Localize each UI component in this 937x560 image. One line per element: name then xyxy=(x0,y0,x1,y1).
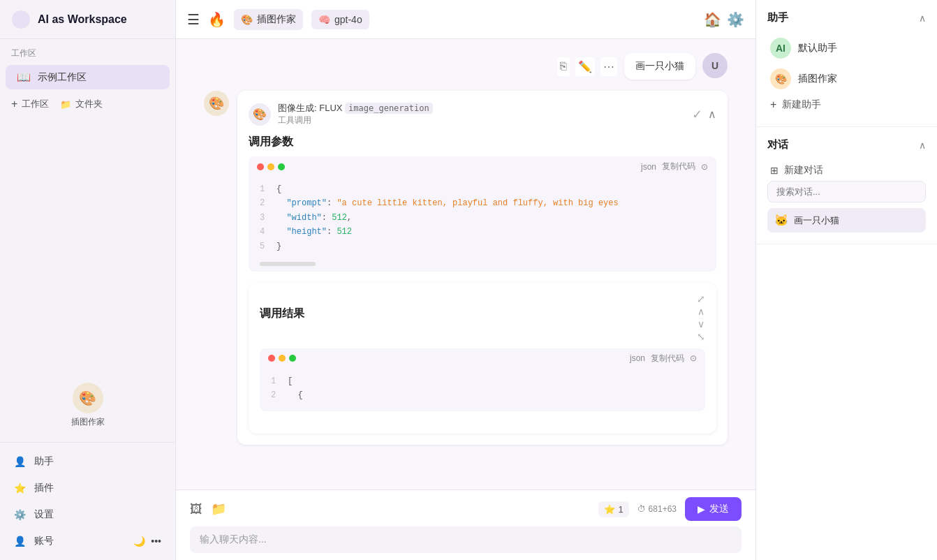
assistant-section-header: 助手 ∧ xyxy=(767,11,926,24)
workspace-item[interactable]: 📖 示例工作区 xyxy=(6,65,170,89)
conversation-search[interactable] xyxy=(767,181,926,202)
result-dot-yellow xyxy=(279,355,286,362)
params-code-block: json 复制代码 ⊙ 1 { 2 xyxy=(249,156,716,272)
conversation-item-cat[interactable]: 🐱 画一只小猫 xyxy=(767,208,926,233)
star-badge[interactable]: ⭐ 1 xyxy=(598,501,628,517)
new-conversation-button[interactable]: ⊞ 新建对话 xyxy=(767,160,926,181)
hamburger-icon: ☰ xyxy=(187,11,200,28)
sidebar-account-item[interactable]: 👤 账号 🌙 ••• xyxy=(0,528,175,554)
result-dot-green xyxy=(289,355,296,362)
illustrator-label: 插图作家 xyxy=(798,73,837,85)
code-collapse-button[interactable]: ⊙ xyxy=(701,162,708,172)
folder-button[interactable]: 📁 xyxy=(211,501,226,517)
edit-message-button[interactable]: ✏️ xyxy=(575,57,595,76)
params-section-title: 调用参数 xyxy=(249,135,716,149)
code-line: 3 "width": 512, xyxy=(260,211,705,225)
new-conv-icon: ⊞ xyxy=(770,165,779,176)
right-panel: 助手 ∧ AI 默认助手 🎨 插图作家 + 新建助手 对话 ∧ ⊞ 新建对话 🐱… xyxy=(755,0,937,560)
chat-area: ⎘ ✏️ ⋯ 画一只小猫 U 🎨 🎨 图像生成: FLUX xyxy=(176,39,755,489)
tool-title-code: image_generation xyxy=(345,103,433,114)
check-icon: ✓ xyxy=(692,107,702,122)
account-icon: 👤 xyxy=(14,536,26,547)
menu-button[interactable]: ☰ xyxy=(187,11,200,28)
message-actions: ⎘ ✏️ ⋯ xyxy=(557,57,617,76)
star-count: 1 xyxy=(618,504,623,515)
add-workspace-label: 工作区 xyxy=(22,98,49,110)
panel-illustrator-assistant[interactable]: 🎨 插图作家 xyxy=(767,64,926,94)
image-upload-button[interactable]: 🖼 xyxy=(190,502,202,517)
chat-input[interactable]: 输入聊天内容... xyxy=(190,526,742,553)
workspace-label: 示例工作区 xyxy=(38,71,87,84)
send-button[interactable]: ▶ 发送 xyxy=(685,497,742,521)
result-code-block: json 复制代码 ⊙ 1 [ xyxy=(260,348,705,411)
plugin-icon: ⭐ xyxy=(14,482,26,494)
account-right-actions: 🌙 ••• xyxy=(133,536,161,547)
code-content: 1 { 2 "prompt": "a cute little kitten, p… xyxy=(249,177,716,262)
result-collapse-button[interactable]: ∨ xyxy=(697,319,705,329)
result-expand-button[interactable]: ∧ xyxy=(697,307,705,316)
home-button[interactable]: 🏠 xyxy=(704,11,721,28)
bottom-tools: 🖼 📁 ⭐ 1 ⏱ 681+63 ▶ 发送 xyxy=(190,497,742,521)
agent-avatar: 🎨 xyxy=(73,383,103,413)
model-selector[interactable]: 🧠 gpt-4o xyxy=(311,10,369,29)
moon-icon[interactable]: 🌙 xyxy=(133,536,145,547)
flame-icon: 🔥 xyxy=(208,11,226,28)
add-assistant-label: 新建助手 xyxy=(782,98,821,111)
sidebar-assistant-item[interactable]: 👤 助手 xyxy=(0,448,175,475)
assistant-icon: 👤 xyxy=(14,456,26,467)
result-block: 调用结果 ⤢ ∧ ∨ ⤡ xyxy=(249,283,716,434)
send-icon: ▶ xyxy=(698,503,705,515)
plugin-label: 插件 xyxy=(34,482,54,494)
model-icon: 🧠 xyxy=(318,14,330,25)
token-icon: ⏱ xyxy=(637,504,646,514)
main-area: ☰ 🔥 🎨 插图作家 🧠 gpt-4o 🏠 ⚙️ ⎘ ✏️ ⋯ 画一只小猫 xyxy=(176,0,755,560)
topbar-settings-button[interactable]: ⚙️ xyxy=(727,11,744,28)
add-folder-btn[interactable]: 📁 文件夹 xyxy=(60,98,103,110)
result-dots xyxy=(268,355,296,362)
add-plus-icon: + xyxy=(770,98,776,111)
code-scrollbar xyxy=(260,262,316,266)
sidebar-header: 🤝 AI as Workspace xyxy=(0,0,175,39)
user-avatar: U xyxy=(702,53,728,78)
sidebar-settings-item[interactable]: ⚙️ 设置 xyxy=(0,501,175,528)
send-label: 发送 xyxy=(709,503,729,515)
result-copy-button[interactable]: 复制代码 xyxy=(651,353,684,364)
settings-label: 设置 xyxy=(34,508,54,521)
result-dot-red xyxy=(268,355,275,362)
star-icon: ⭐ xyxy=(604,504,615,515)
result-collapse-all-button[interactable]: ⤡ xyxy=(697,332,705,341)
assistant-collapse-button[interactable]: ∧ xyxy=(919,13,926,24)
tool-collapse-button[interactable]: ∧ xyxy=(708,108,716,121)
tool-subtitle: 工具调用 xyxy=(278,115,685,126)
dot-red xyxy=(257,163,264,170)
assistant-label: 助手 xyxy=(34,455,54,468)
add-assistant-button[interactable]: + 新建助手 xyxy=(767,94,926,115)
tool-title-prefix: 图像生成: FLUX xyxy=(278,103,342,113)
illustrator-avatar: 🎨 xyxy=(770,68,791,89)
sidebar-agent-item[interactable]: 🎨 插图作家 xyxy=(71,383,105,428)
result-controls: ⤢ ∧ ∨ ⤡ xyxy=(697,294,705,341)
result-format-label: json xyxy=(630,353,645,363)
more-icon[interactable]: ••• xyxy=(151,536,161,547)
add-workspace-btn[interactable]: + 工作区 xyxy=(11,98,49,110)
result-expand-all-button[interactable]: ⤢ xyxy=(697,294,705,304)
result-code-collapse-button[interactable]: ⊙ xyxy=(690,353,697,363)
tool-info: 图像生成: FLUX image_generation 工具调用 xyxy=(278,102,685,126)
conversation-collapse-button[interactable]: ∧ xyxy=(919,140,926,151)
agent-response-content: 🎨 图像生成: FLUX image_generation 工具调用 ✓ ∧ xyxy=(237,91,728,445)
workspace-icon: 📖 xyxy=(17,71,31,84)
assistant-section-title: 助手 xyxy=(767,11,788,24)
tab-illustrator[interactable]: 🎨 插图作家 xyxy=(234,9,303,30)
conversation-section-title: 对话 xyxy=(767,138,788,152)
tab-icon: 🎨 xyxy=(241,14,253,25)
add-folder-label: 文件夹 xyxy=(75,98,103,110)
conv-cat-icon: 🐱 xyxy=(774,214,788,227)
sidebar-plugin-item[interactable]: ⭐ 插件 xyxy=(0,475,175,501)
token-value: 681+63 xyxy=(649,504,677,514)
code-block-header: json 复制代码 ⊙ xyxy=(249,156,716,177)
topbar: ☰ 🔥 🎨 插图作家 🧠 gpt-4o 🏠 ⚙️ xyxy=(176,0,755,39)
more-message-button[interactable]: ⋯ xyxy=(600,57,617,76)
panel-default-assistant[interactable]: AI 默认助手 xyxy=(767,33,926,64)
copy-message-button[interactable]: ⎘ xyxy=(557,57,570,76)
copy-code-button[interactable]: 复制代码 xyxy=(662,161,695,172)
